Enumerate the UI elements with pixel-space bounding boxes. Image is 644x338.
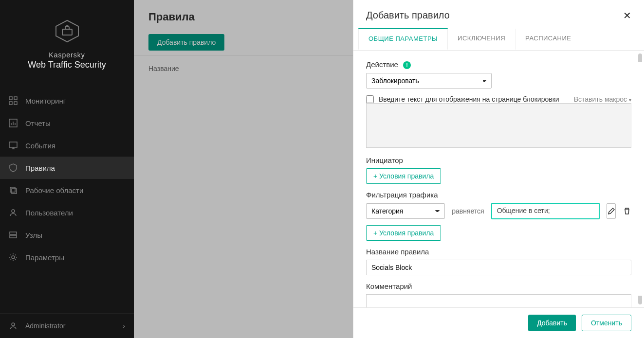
svg-marker-0 — [56, 20, 78, 42]
chevron-right-icon: › — [123, 322, 125, 330]
monitor-icon — [9, 141, 18, 150]
nav-events[interactable]: События — [0, 134, 134, 157]
nav-monitoring[interactable]: Мониторинг — [0, 89, 134, 112]
svg-rect-6 — [14, 102, 17, 105]
delete-category-button[interactable] — [623, 203, 631, 219]
nav-label: События — [25, 142, 55, 150]
dashboard-icon — [9, 96, 18, 105]
brand-line1: Kaspersky — [0, 51, 134, 59]
brand-line2: Web Traffic Security — [0, 60, 134, 70]
brand-block: Kaspersky Web Traffic Security — [0, 0, 134, 85]
nav-nodes[interactable]: Узлы — [0, 224, 134, 246]
tab-exclusions[interactable]: ИСКЛЮЧЕНИЯ — [448, 29, 515, 50]
nav-label: Параметры — [25, 253, 64, 262]
chart-icon — [9, 119, 18, 127]
nav-rules[interactable]: Правила — [0, 157, 134, 179]
user-icon — [9, 321, 18, 330]
svg-rect-13 — [10, 235, 17, 238]
modal-title: Добавить правило — [366, 10, 450, 21]
svg-rect-5 — [9, 102, 12, 105]
nav-users[interactable]: Пользователи — [0, 201, 134, 224]
nav: Мониторинг Отчеты События Правила Рабочи… — [0, 89, 134, 313]
modal-body: Действие ! Заблокировать Введите текст д… — [353, 51, 644, 307]
action-select[interactable]: Заблокировать — [366, 73, 492, 89]
svg-rect-10 — [12, 189, 17, 194]
shield-icon — [9, 163, 18, 172]
svg-rect-1 — [62, 29, 72, 35]
svg-point-2 — [66, 25, 68, 27]
modal-footer: Добавить Отменить — [353, 307, 644, 338]
nav-settings[interactable]: Параметры — [0, 246, 134, 268]
block-text-textarea[interactable] — [366, 103, 631, 148]
initiator-label: Инициатор — [366, 156, 631, 164]
nav-label: Узлы — [25, 231, 42, 239]
server-icon — [9, 231, 18, 239]
edit-category-button[interactable] — [607, 203, 616, 219]
nav-label: Пользователи — [25, 209, 73, 217]
nav-footer-admin[interactable]: Administrator › — [0, 313, 134, 338]
submit-add-button[interactable]: Добавить — [528, 315, 576, 331]
rule-name-input[interactable] — [366, 260, 631, 275]
gear-icon — [9, 253, 18, 262]
nav-workspaces[interactable]: Рабочие области — [0, 179, 134, 201]
modal-tabs: ОБЩИЕ ПАРАМЕТРЫ ИСКЛЮЧЕНИЯ РАСПИСАНИЕ — [353, 29, 644, 51]
nav-label: Правила — [25, 164, 55, 172]
svg-rect-12 — [10, 232, 17, 234]
nav-label: Рабочие области — [25, 186, 83, 195]
user-icon — [9, 208, 18, 217]
add-rule-modal: Добавить правило ✕ ОБЩИЕ ПАРАМЕТРЫ ИСКЛЮ… — [353, 0, 644, 338]
close-icon[interactable]: ✕ — [623, 11, 631, 20]
traffic-filter-label: Фильтрация трафика — [366, 191, 631, 199]
admin-label: Administrator — [25, 322, 65, 330]
comment-label: Комментарий — [366, 282, 631, 290]
nav-label: Мониторинг — [25, 97, 66, 105]
svg-point-15 — [12, 323, 15, 326]
insert-macro-link[interactable]: Вставить макрос▾ — [574, 95, 631, 103]
add-condition-initiator-button[interactable]: + Условия правила — [366, 168, 441, 184]
add-condition-traffic-button[interactable]: + Условия правила — [366, 225, 441, 241]
tab-schedule[interactable]: РАСПИСАНИЕ — [515, 29, 581, 50]
trash-icon — [623, 207, 631, 215]
category-value-box[interactable]: Общение в сети; — [491, 203, 600, 219]
tab-general[interactable]: ОБЩИЕ ПАРАМЕТРЫ — [358, 28, 448, 50]
svg-rect-9 — [10, 187, 15, 192]
rule-name-label: Название правила — [366, 248, 631, 256]
svg-rect-8 — [9, 142, 17, 147]
action-label: Действие ! — [366, 60, 631, 69]
main: Правила Добавить правило Название Добави… — [134, 0, 644, 338]
layers-icon — [9, 186, 18, 195]
brand-logo-icon — [54, 19, 80, 43]
info-icon[interactable]: ! — [403, 61, 411, 69]
svg-point-11 — [12, 210, 15, 213]
filter-field-select[interactable]: Категория — [366, 203, 445, 219]
svg-point-14 — [12, 256, 15, 259]
sidebar: Kaspersky Web Traffic Security Мониторин… — [0, 0, 134, 338]
nav-reports[interactable]: Отчеты — [0, 112, 134, 134]
cancel-button[interactable]: Отменить — [582, 315, 631, 331]
block-text-check-label: Введите текст для отображения на страниц… — [379, 95, 559, 103]
block-text-checkbox[interactable] — [366, 95, 374, 103]
chevron-down-icon: ▾ — [629, 97, 631, 103]
svg-rect-4 — [14, 97, 17, 100]
comment-textarea[interactable] — [366, 294, 631, 307]
equals-label: равняется — [452, 207, 484, 215]
pencil-icon — [607, 207, 615, 215]
svg-rect-3 — [9, 97, 12, 100]
nav-label: Отчеты — [25, 119, 51, 127]
